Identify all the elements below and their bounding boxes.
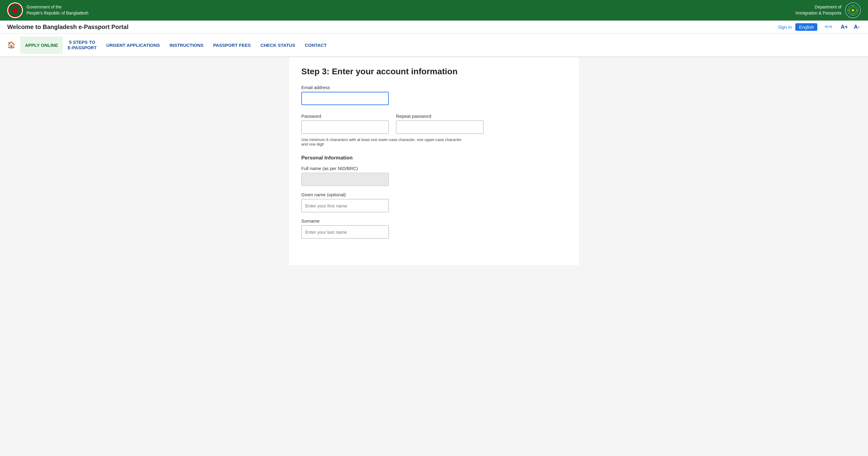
font-decrease-button[interactable]: A- — [852, 23, 861, 31]
nav-item-apply-online[interactable]: APPLY ONLINE — [20, 36, 63, 54]
password-label: Password — [301, 114, 389, 119]
surname-label: Surname — [301, 218, 567, 224]
nav-item-passport-fees[interactable]: PASSPORT FEES — [208, 36, 256, 54]
nav-item-contact[interactable]: CONTACT — [300, 36, 332, 54]
password-group: Password — [301, 114, 389, 134]
nav-bar-right: Sign in English বাংলা A+ A- — [778, 23, 861, 31]
given-name-group: Given name (optional) — [301, 192, 567, 212]
svg-point-2 — [851, 9, 855, 12]
portal-title: Welcome to Bangladesh e-Passport Portal — [7, 24, 128, 30]
password-hint: Use minimum 6 characters with at least o… — [301, 137, 467, 146]
personal-info-label: Personal Information — [301, 155, 567, 161]
full-name-group: Full name (as per NID/BRC) — [301, 166, 567, 186]
english-language-button[interactable]: English — [795, 23, 817, 31]
surname-input[interactable] — [301, 225, 389, 238]
bangla-language-button[interactable]: বাংলা — [821, 23, 836, 31]
given-name-label: Given name (optional) — [301, 192, 567, 197]
government-text: Government of the People's Republic of B… — [27, 4, 88, 16]
bangladesh-logo — [7, 2, 23, 18]
email-input[interactable] — [301, 92, 389, 105]
font-increase-button[interactable]: A+ — [839, 23, 849, 31]
home-button[interactable]: 🏠 — [7, 37, 20, 53]
nav-bar: Welcome to Bangladesh e-Passport Portal … — [0, 21, 868, 33]
main-content: Step 3: Enter your account information E… — [289, 57, 579, 265]
passport-logo — [845, 2, 861, 18]
given-name-input[interactable] — [301, 199, 389, 212]
nav-title-area: Welcome to Bangladesh e-Passport Portal — [7, 24, 128, 30]
full-name-label: Full name (as per NID/BRC) — [301, 166, 567, 171]
full-name-input[interactable] — [301, 173, 389, 186]
header-right: Department of Immigration & Passports — [796, 2, 861, 18]
department-text: Department of Immigration & Passports — [796, 4, 842, 16]
sign-in-link[interactable]: Sign in — [778, 25, 792, 30]
home-icon: 🏠 — [7, 41, 16, 49]
nav-item-check-status[interactable]: CHECK STATUS — [255, 36, 300, 54]
surname-group: Surname — [301, 218, 567, 238]
repeat-password-input[interactable] — [396, 120, 484, 134]
password-input[interactable] — [301, 120, 389, 134]
email-section: Email address — [301, 85, 567, 105]
repeat-password-group: Repeat password — [396, 114, 484, 134]
password-row: Password Repeat password — [301, 114, 567, 134]
page-title: Step 3: Enter your account information — [301, 67, 567, 77]
password-section: Password Repeat password Use minimum 6 c… — [301, 114, 567, 146]
passport-emblem-icon — [847, 4, 859, 16]
repeat-password-label: Repeat password — [396, 114, 484, 119]
email-label: Email address — [301, 85, 567, 90]
personal-info-section: Personal Information Full name (as per N… — [301, 155, 567, 238]
top-header: Government of the People's Republic of B… — [0, 0, 868, 21]
header-left: Government of the People's Republic of B… — [7, 2, 88, 18]
bd-flag-icon — [8, 3, 22, 17]
nav-item-instructions[interactable]: INSTRUCTIONS — [165, 36, 208, 54]
main-nav: 🏠 APPLY ONLINE 5 STEPS TOe-PASSPORT URGE… — [0, 33, 868, 57]
nav-item-5-steps[interactable]: 5 STEPS TOe-PASSPORT — [63, 33, 101, 56]
nav-item-urgent[interactable]: URGENT APPLICATIONS — [102, 36, 165, 54]
